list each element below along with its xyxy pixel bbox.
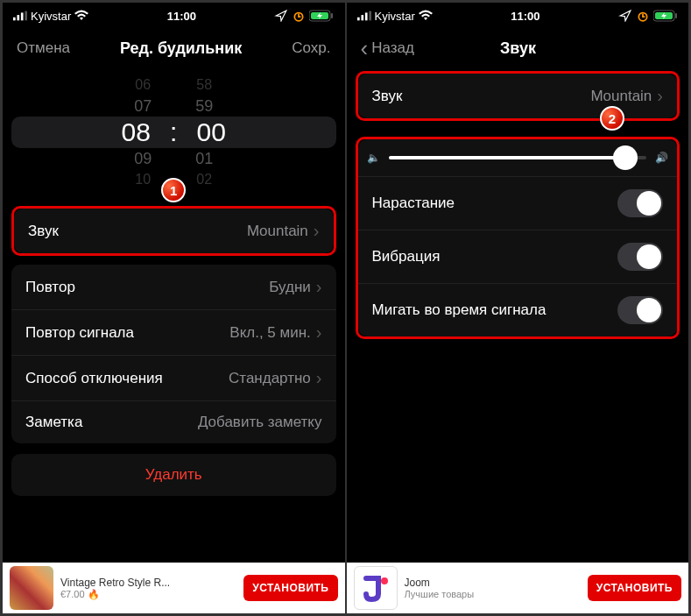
svg-point-16 — [381, 577, 388, 584]
navbar: Отмена Ред. будильник Сохр. — [3, 29, 345, 67]
fade-in-row: Нарастание — [358, 176, 678, 230]
svg-rect-2 — [21, 12, 24, 20]
status-bar: Kyivstar 11:00 — [347, 3, 689, 29]
volume-slider[interactable] — [389, 156, 647, 159]
battery-icon — [653, 10, 678, 22]
ad-banner[interactable]: Joom Лучшие товары УСТАНОВИТЬ — [347, 563, 689, 613]
clock-label: 11:00 — [511, 10, 539, 23]
signal-icon — [13, 10, 27, 22]
svg-rect-1 — [17, 15, 19, 20]
note-placeholder: Добавить заметку — [198, 414, 322, 431]
svg-rect-14 — [675, 13, 677, 18]
repeat-row[interactable]: Повтор Будни› — [11, 265, 336, 309]
navbar: ‹ Назад Звук — [347, 29, 689, 67]
speaker-low-icon: 🔈 — [367, 152, 380, 164]
screen-edit-alarm: Kyivstar 11:00 Отмена Ред. будильник Сох… — [2, 2, 346, 614]
delete-button[interactable]: Удалить — [11, 454, 336, 496]
screen-sound-settings: Kyivstar 11:00 ‹ Назад Звук Звук Mou — [346, 2, 690, 614]
wifi-icon — [74, 10, 88, 22]
status-bar: Kyivstar 11:00 — [3, 3, 345, 29]
location-icon — [274, 10, 288, 22]
page-title: Звук — [500, 39, 536, 58]
sound-row[interactable]: Звук Mountain› — [14, 209, 334, 253]
vibrate-row: Вибрация — [358, 230, 678, 283]
location-icon — [618, 10, 632, 22]
ad-price: €7.00 🔥 — [60, 589, 236, 600]
chevron-right-icon: › — [316, 277, 322, 297]
step-badge-2: 2 — [600, 106, 624, 131]
alarm-icon — [636, 10, 650, 22]
clock-label: 11:00 — [167, 10, 196, 23]
ad-image — [10, 566, 53, 610]
picker-minute: 00 — [189, 122, 233, 143]
dismiss-row[interactable]: Способ отключения Стандартно› — [11, 355, 336, 400]
ad-install-button[interactable]: УСТАНОВИТЬ — [243, 575, 337, 601]
cancel-button[interactable]: Отмена — [17, 39, 70, 57]
sound-value: Mountain — [247, 223, 308, 240]
svg-rect-9 — [361, 15, 363, 20]
fade-toggle[interactable] — [617, 189, 663, 217]
chevron-right-icon: › — [657, 86, 663, 106]
svg-rect-3 — [25, 11, 27, 21]
ad-install-button[interactable]: УСТАНОВИТЬ — [588, 575, 681, 601]
battery-icon — [309, 10, 334, 22]
chevron-right-icon: › — [316, 368, 322, 388]
ad-subtitle: Лучшие товары — [405, 589, 581, 599]
carrier-label: Kyivstar — [31, 10, 71, 23]
snooze-row[interactable]: Повтор сигнала Вкл., 5 мин.› — [11, 309, 336, 355]
svg-rect-0 — [13, 18, 16, 21]
save-button[interactable]: Сохр. — [292, 39, 330, 57]
ad-banner[interactable]: Vintage Retro Style R... €7.00 🔥 УСТАНОВ… — [3, 563, 345, 613]
note-row[interactable]: Заметка Добавить заметку — [11, 400, 336, 443]
speaker-high-icon: 🔊 — [655, 152, 668, 164]
svg-rect-11 — [369, 11, 371, 21]
carrier-label: Kyivstar — [375, 10, 415, 23]
sound-label: Звук — [28, 223, 59, 240]
signal-icon — [357, 10, 371, 22]
chevron-right-icon: › — [314, 221, 320, 241]
page-title: Ред. будильник — [120, 39, 242, 58]
ad-title: Vintage Retro Style R... — [60, 577, 236, 589]
flash-row: Мигать во время сигнала — [358, 283, 678, 336]
picker-hour: 08 — [114, 122, 158, 143]
chevron-left-icon: ‹ — [361, 35, 369, 62]
svg-rect-8 — [357, 18, 360, 21]
svg-rect-6 — [331, 13, 333, 18]
sound-select-row[interactable]: Звук Mountain› — [358, 74, 678, 118]
step-badge-1: 1 — [161, 178, 186, 202]
time-picker[interactable]: 0658 0759 08 : 00 0901 1002 1 — [11, 74, 336, 190]
flash-toggle[interactable] — [617, 296, 663, 324]
wifi-icon — [419, 10, 433, 22]
chevron-right-icon: › — [316, 322, 322, 343]
ad-title: Joom — [405, 577, 581, 589]
volume-thumb[interactable] — [613, 145, 638, 170]
alarm-icon — [292, 10, 306, 22]
back-button[interactable]: ‹ Назад — [361, 35, 414, 62]
ad-image — [354, 566, 398, 610]
volume-slider-row: 🔈 🔊 — [358, 139, 678, 176]
vibrate-toggle[interactable] — [617, 243, 663, 271]
svg-rect-10 — [364, 12, 367, 20]
